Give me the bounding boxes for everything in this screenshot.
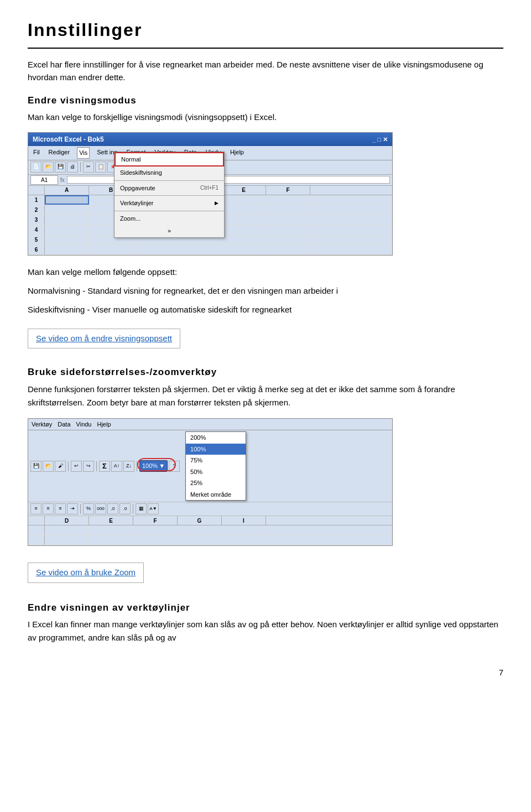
tb2-zoom-btn[interactable]: 100% ▼: [139, 460, 168, 472]
dropdown-item-more[interactable]: »: [114, 225, 224, 237]
cell-e2[interactable]: [222, 205, 266, 215]
tb2-help[interactable]: ?: [169, 461, 180, 472]
tb2-indent[interactable]: ⇥: [67, 503, 78, 514]
cell-a5[interactable]: [45, 235, 89, 244]
tb2-sortdesc[interactable]: Z↓: [123, 461, 134, 472]
new-btn[interactable]: 📄: [30, 162, 41, 173]
cell-b6[interactable]: [89, 245, 133, 254]
menu2-vindu[interactable]: Vindu: [76, 420, 92, 429]
excel2-menubar[interactable]: Verktøy Data Vindu Hjelp: [28, 419, 392, 431]
tb2-000[interactable]: 000: [95, 503, 106, 514]
tb2-comma-inc[interactable]: .0: [119, 503, 131, 514]
save-btn[interactable]: 💾: [55, 162, 66, 173]
table-row: 6: [28, 245, 392, 255]
menu-hjelp[interactable]: Hjelp: [228, 147, 246, 159]
row-header-3: 3: [28, 215, 45, 225]
cell2-f2[interactable]: [133, 535, 178, 545]
dropdown-item-zoom[interactable]: Zoom...: [114, 212, 224, 225]
cell2-i2[interactable]: [222, 535, 266, 545]
tb2-zoom-value: 100%: [142, 461, 158, 471]
tb2-redo[interactable]: ↪: [83, 461, 94, 472]
body-p3: Denne funksjonen forstørrer teksten på s…: [28, 383, 503, 409]
formula-sep: fx: [60, 176, 65, 184]
tb2-open[interactable]: 📂: [43, 461, 54, 472]
excel-titlebar: Microsoft Excel - Bok5 _ □ ✕: [28, 133, 392, 146]
dropdown-item-normal[interactable]: Normal: [114, 152, 224, 167]
cell2-e2[interactable]: [89, 535, 133, 545]
dropdown-item-oppgaverute[interactable]: Oppgaverute Ctrl+F1: [114, 182, 224, 195]
zoom-option-100[interactable]: 100%: [186, 444, 246, 455]
cell-e4[interactable]: [222, 225, 266, 235]
tb2-save[interactable]: 💾: [30, 461, 41, 472]
cell2-e1[interactable]: [89, 525, 133, 535]
cell-e3[interactable]: [222, 215, 266, 225]
tb2-borders[interactable]: ▦: [136, 503, 147, 514]
tb2-sigma[interactable]: Σ: [99, 461, 110, 472]
video-link-box-2[interactable]: Se video om å bruke Zoom: [28, 563, 144, 583]
zoom-option-50[interactable]: 50%: [186, 466, 246, 478]
tb2-align-right[interactable]: ≡: [55, 503, 66, 514]
dropdown-item-sideskiftvisning[interactable]: Sideskiftvisning: [114, 166, 224, 179]
cell2-i1[interactable]: [222, 525, 266, 535]
menu2-hjelp[interactable]: Hjelp: [97, 420, 111, 429]
zoom-option-merket[interactable]: Merket område: [186, 489, 246, 501]
cell-e5[interactable]: [222, 235, 266, 244]
dropdown-sep-1: [114, 180, 224, 181]
vis-dropdown-menu[interactable]: Normal Sideskiftvisning Oppgaverute Ctrl…: [114, 152, 225, 238]
video-link-box-1[interactable]: Se video om å endre visningsoppsett: [28, 329, 180, 349]
zoom-option-200[interactable]: 200%: [186, 432, 246, 444]
cell2-f1[interactable]: [133, 525, 178, 535]
more-icon: »: [168, 226, 171, 236]
zoom-option-25[interactable]: 25%: [186, 477, 246, 489]
excel2-toolbar-row1: 💾 📂 🖌 ↩ ↪ Σ A↑ Z↓ 100% ▼ ? 200% 100% 75%…: [28, 430, 392, 502]
cell2-g2[interactable]: [178, 535, 222, 545]
cell-d6[interactable]: [178, 245, 222, 254]
zoom-option-75[interactable]: 75%: [186, 455, 246, 466]
cell2-d1[interactable]: [45, 525, 89, 535]
video-link-2[interactable]: Se video om å bruke Zoom: [36, 568, 136, 577]
cell-a3[interactable]: [45, 215, 89, 225]
tb2-zoom-arrow: ▼: [159, 461, 165, 471]
menu-vis[interactable]: Vis: [77, 147, 90, 159]
cell-a6[interactable]: [45, 245, 89, 254]
cell-a1[interactable]: [45, 195, 89, 205]
cell2-d2[interactable]: [45, 535, 89, 545]
verktoylinjer-label: Verktøylinjer: [120, 199, 154, 208]
name-box[interactable]: A1: [30, 175, 58, 185]
cell-a2[interactable]: [45, 205, 89, 215]
menu2-verktoy[interactable]: Verktøy: [32, 420, 52, 429]
open-btn[interactable]: 📂: [43, 162, 54, 173]
tb2-sortasc[interactable]: A↑: [111, 461, 122, 472]
copy-btn[interactable]: 📋: [95, 162, 106, 173]
col2-header-f: F: [133, 516, 178, 525]
tb2-percent[interactable]: %: [83, 503, 94, 514]
dropdown-item-verktoylinjer[interactable]: Verktøylinjer ▶: [114, 197, 224, 210]
tb2-align-left[interactable]: ≡: [30, 503, 41, 514]
cell-e1[interactable]: [222, 195, 266, 205]
tb2-fill[interactable]: A▼: [148, 503, 159, 514]
cell-f3[interactable]: [266, 215, 310, 225]
menu-rediger[interactable]: Rediger: [47, 147, 72, 159]
cut-btn[interactable]: ✂: [83, 162, 94, 173]
cell-f4[interactable]: [266, 225, 310, 235]
cell-f2[interactable]: [266, 205, 310, 215]
tb2-comma-dec[interactable]: ,0: [107, 503, 118, 514]
cell2-g1[interactable]: [178, 525, 222, 535]
cell-f1[interactable]: [266, 195, 310, 205]
tb2-paintbrush[interactable]: 🖌: [55, 461, 66, 472]
cell-c6[interactable]: [133, 245, 178, 254]
cell-f6[interactable]: [266, 245, 310, 254]
menu-fil[interactable]: Fil: [32, 147, 41, 159]
section1-title: Endre visningsmodus: [28, 93, 503, 108]
cell-a4[interactable]: [45, 225, 89, 235]
menu2-data[interactable]: Data: [58, 420, 70, 429]
col-header-f: F: [266, 186, 310, 195]
tb2-align-center[interactable]: ≡: [43, 503, 54, 514]
body-list-item2: Sideskiftvisning - Viser manuelle og aut…: [28, 303, 503, 316]
video-link-1[interactable]: Se video om å endre visningsoppsett: [36, 334, 172, 343]
zoom-dropdown[interactable]: 200% 100% 75% 50% 25% Merket område: [185, 431, 246, 501]
print-btn[interactable]: 🖨: [67, 162, 78, 173]
tb2-undo[interactable]: ↩: [71, 461, 82, 472]
cell-f5[interactable]: [266, 235, 310, 244]
cell-e6[interactable]: [222, 245, 266, 254]
